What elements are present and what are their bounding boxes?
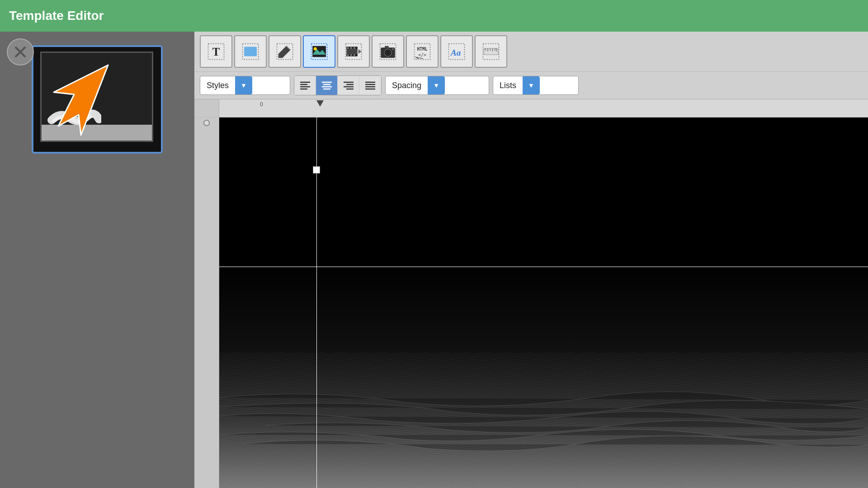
ruler-tool-button[interactable] [475,35,507,68]
styles-dropdown-arrow[interactable]: ▼ [235,76,252,94]
svg-rect-19 [347,54,349,56]
video-tool-button[interactable] [337,35,370,68]
sidebar [0,32,194,488]
app-title: Template Editor [9,9,104,23]
toolbar-top: T [194,32,868,72]
svg-marker-22 [359,49,362,54]
svg-rect-21 [354,54,355,56]
spacing-dropdown-arrow[interactable]: ▼ [428,76,445,94]
shape-tool-button[interactable] [234,35,267,68]
svg-marker-2 [54,65,108,135]
spacing-dropdown[interactable]: Spacing ▼ [385,76,489,95]
close-button[interactable] [7,38,34,66]
svg-text:Aa: Aa [450,48,461,57]
svg-point-26 [386,51,390,55]
content-area: T [194,32,868,488]
lists-dropdown-arrow[interactable]: ▼ [523,76,540,94]
ruler-track: 0 [219,99,868,117]
ruler-corner [194,99,219,117]
align-right-button[interactable] [338,76,359,95]
svg-rect-6 [244,47,257,56]
lists-label: Lists [493,81,523,90]
styles-label: Styles [200,81,235,90]
align-center-button[interactable] [316,76,338,95]
ruler-zero-label: 0 [260,101,263,108]
toolbar: T [194,32,868,99]
svg-rect-20 [350,54,352,56]
toolbar-bottom: Styles ▼ [194,72,868,99]
svg-point-11 [314,47,317,50]
crosshair-horizontal [219,267,868,267]
lists-chevron-icon: ▼ [528,82,534,89]
font-tool-button[interactable]: Aa [440,35,473,68]
thumbnail-selected[interactable] [32,45,163,154]
canvas-container [194,117,868,488]
lists-dropdown[interactable]: Lists ▼ [493,76,579,95]
pen-tool-button[interactable] [269,35,301,68]
svg-rect-17 [350,47,352,49]
horizontal-ruler: 0 [194,99,868,117]
text-tool-button[interactable]: T [200,35,232,68]
svg-text:HTML: HTML [417,47,427,52]
html-tool-button[interactable]: HTML </> [406,35,439,68]
styles-dropdown[interactable]: Styles ▼ [200,76,290,95]
align-left-button[interactable] [294,76,316,95]
align-justify-button[interactable] [359,76,381,95]
ruler-corner-circle [203,120,210,126]
arrow-cursor-icon [45,56,117,137]
ruler-marker-triangle [316,100,324,107]
spacing-label: Spacing [386,81,428,90]
spacing-chevron-icon: ▼ [433,82,439,89]
image-tool-button[interactable] [303,35,335,68]
camera-tool-button[interactable] [372,35,404,68]
svg-rect-27 [385,46,389,48]
main-layout: T [0,32,868,488]
svg-point-28 [392,48,394,50]
ruler-marker[interactable] [316,99,324,107]
vertical-ruler [194,117,219,488]
svg-rect-37 [484,48,498,55]
svg-text:T: T [212,46,220,58]
thumbnail-preview [33,47,161,152]
styles-chevron-icon: ▼ [241,82,247,89]
svg-text:</>: </> [418,52,426,57]
alignment-group [294,75,382,95]
svg-rect-16 [347,47,349,49]
crosshair-handle[interactable] [313,166,320,174]
canvas[interactable] [219,117,868,488]
svg-rect-18 [354,47,355,49]
header: Template Editor [0,0,868,32]
